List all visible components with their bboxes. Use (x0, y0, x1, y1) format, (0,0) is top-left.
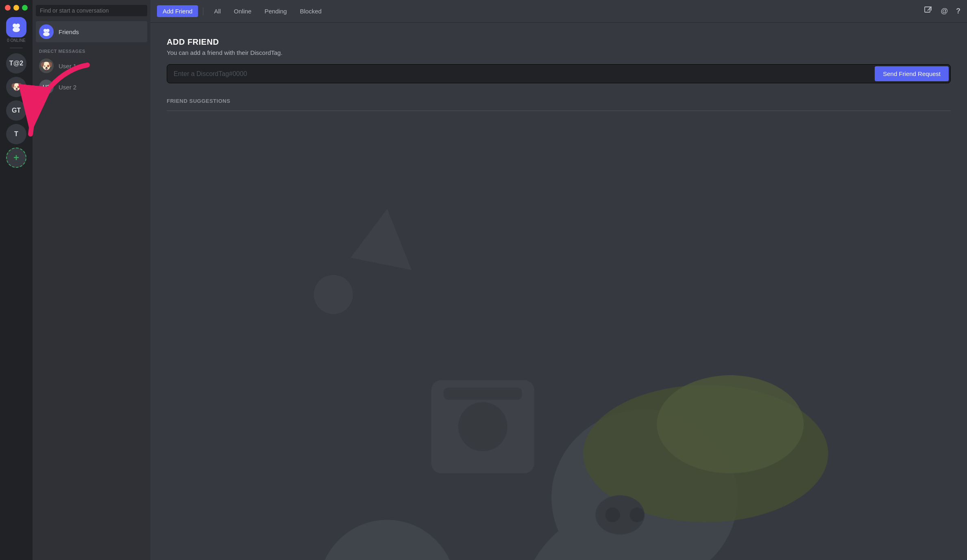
svg-marker-18 (351, 209, 412, 270)
friends-label: Friends (59, 28, 79, 35)
discord-tag-input-row: Send Friend Request (167, 64, 951, 83)
home-icon[interactable] (6, 17, 26, 37)
add-server-item[interactable]: + (6, 148, 26, 168)
server-item-t[interactable]: T (6, 124, 26, 144)
external-link-icon[interactable] (923, 6, 932, 17)
tab-pending[interactable]: Pending (259, 5, 292, 17)
online-count-label: 0 ONLINE (7, 38, 26, 43)
home-server-item[interactable]: 0 ONLINE (6, 17, 26, 43)
add-friend-content: ADD FRIEND You can add a friend with the… (150, 23, 967, 560)
header-icons: @ ? (923, 6, 960, 17)
svg-point-4 (46, 29, 50, 32)
dm-avatar-1: 🐶 (39, 59, 54, 73)
tab-blocked[interactable]: Blocked (294, 5, 327, 17)
svg-point-5 (43, 32, 50, 36)
add-friend-title: ADD FRIEND (167, 37, 951, 47)
add-friend-subtitle: You can add a friend with their DiscordT… (167, 49, 951, 56)
server-avatar-t[interactable]: T (6, 124, 26, 144)
svg-point-13 (605, 508, 620, 522)
svg-point-7 (319, 520, 456, 560)
search-input[interactable] (36, 5, 147, 16)
add-server-icon[interactable]: + (6, 148, 26, 168)
tab-online[interactable]: Online (228, 5, 257, 17)
server-item-t2[interactable]: T@2 (6, 53, 26, 74)
search-bar[interactable] (33, 0, 150, 21)
server-sidebar: 0 ONLINE T@2 🐶 GT T + (0, 0, 33, 560)
server-item-gt[interactable]: GT (6, 100, 26, 121)
dm-sidebar: Friends DIRECT MESSAGES 🐶 User 1 U2 User… (33, 0, 150, 560)
send-friend-request-button[interactable]: Send Friend Request (875, 66, 949, 81)
close-button[interactable] (5, 5, 11, 11)
server-avatar-gt[interactable]: GT (6, 100, 26, 121)
svg-point-1 (16, 24, 20, 28)
server-item-dog[interactable]: 🐶 (6, 77, 26, 97)
dm-name-1: User 1 (59, 63, 76, 69)
dm-name-2: User 2 (59, 84, 76, 91)
svg-point-21 (458, 402, 507, 451)
mention-icon[interactable]: @ (941, 7, 948, 15)
friend-suggestions-title: FRIEND SUGGESTIONS (167, 98, 951, 111)
dm-item-2[interactable]: U2 User 2 (36, 76, 147, 98)
tab-all[interactable]: All (208, 5, 227, 17)
traffic-lights (0, 5, 28, 11)
svg-point-11 (657, 375, 804, 473)
dm-item-1[interactable]: 🐶 User 1 (36, 55, 147, 76)
friends-item[interactable]: Friends (36, 21, 147, 42)
svg-rect-22 (444, 388, 522, 400)
help-icon[interactable]: ? (956, 7, 960, 15)
discord-tag-input[interactable] (174, 70, 875, 78)
server-avatar-t2[interactable]: T@2 (6, 53, 26, 74)
goblin-illustration (167, 135, 951, 560)
tab-bar: Add Friend All Online Pending Blocked @ … (150, 0, 967, 23)
tab-add-friend[interactable]: Add Friend (157, 5, 198, 17)
dm-avatar-2: U2 (39, 80, 54, 94)
server-divider (10, 48, 23, 48)
svg-point-2 (13, 27, 20, 32)
suggestions-empty: Wanna find some friends to play with? Co… (167, 127, 951, 560)
friends-avatar (39, 24, 54, 39)
fullscreen-button[interactable] (22, 5, 28, 11)
minimize-button[interactable] (13, 5, 19, 11)
svg-rect-6 (925, 7, 930, 12)
svg-point-19 (314, 275, 353, 314)
tab-divider (203, 7, 203, 15)
svg-point-14 (630, 508, 645, 522)
direct-messages-header: DIRECT MESSAGES (33, 42, 150, 55)
main-content: Add Friend All Online Pending Blocked @ … (150, 0, 967, 560)
server-avatar-dog[interactable]: 🐶 (6, 77, 26, 97)
